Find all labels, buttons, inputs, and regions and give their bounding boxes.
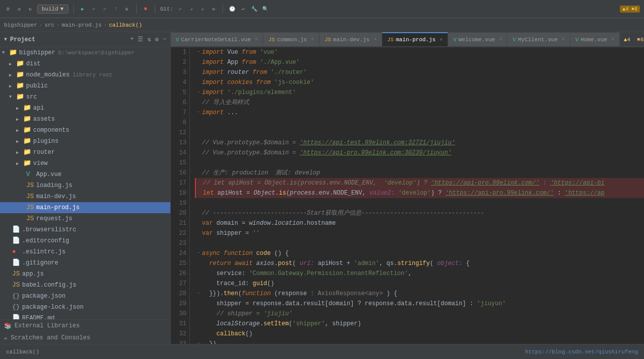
line-numbers: 1 2 3 4 5 6 7 8 12 13 14 15 16 17 18 19 …: [171, 47, 190, 344]
tab-close[interactable]: ×: [374, 37, 377, 42]
minimize-icon[interactable]: −: [163, 36, 166, 43]
tree-item-readme[interactable]: 📄 README.md: [0, 313, 170, 319]
fold-1[interactable]: −: [195, 47, 202, 57]
fold-26: [195, 268, 202, 279]
label-view: view: [33, 160, 48, 167]
tree-item-babel[interactable]: JS babel.config.js: [0, 280, 170, 291]
tree-item-public[interactable]: ▶ 📁 public: [0, 80, 170, 92]
code-line-4: import cookies from 'js-cookie': [195, 77, 644, 87]
fold-28[interactable]: −: [195, 289, 202, 299]
check-icon[interactable]: ✓: [90, 5, 98, 13]
line-8: 8: [171, 118, 186, 128]
fold-19: [195, 198, 202, 208]
collapse-icon[interactable]: ▼: [4, 37, 7, 42]
toolbar-icon-1[interactable]: ⚙: [4, 5, 12, 13]
fold-29: [195, 299, 202, 309]
clock-icon[interactable]: 🕐: [228, 5, 236, 13]
build-button[interactable]: build ▼: [37, 5, 68, 14]
sublabel-node-modules: library root: [72, 72, 112, 78]
fold-13: [195, 138, 202, 148]
external-libraries-item[interactable]: 📚 External Libraries: [0, 320, 170, 332]
tab-close[interactable]: ×: [311, 37, 314, 42]
build-label: build: [42, 6, 58, 12]
wrench-icon[interactable]: 🔧: [250, 5, 258, 13]
tab-welcome[interactable]: V Welcome.vue ×: [448, 32, 507, 46]
tab-close[interactable]: ×: [255, 37, 258, 42]
arrow-up-icon[interactable]: ↑: [112, 5, 120, 13]
tree-item-node-modules[interactable]: ▶ 📁 node_modules library root: [0, 69, 170, 80]
toolbar-icon-3[interactable]: ↻: [26, 5, 34, 13]
breadcrumb-file[interactable]: main-prod.js: [62, 22, 101, 28]
fold-24[interactable]: −: [195, 248, 202, 258]
tree-item-router[interactable]: ▶ 📁 router: [0, 147, 170, 158]
tab-close[interactable]: ×: [440, 37, 443, 43]
fold-33[interactable]: −: [195, 339, 202, 344]
warning-badge[interactable]: ▲4 ✖6: [620, 6, 640, 13]
url-link[interactable]: https://blog.csdn.net/qiushirufeng: [525, 349, 638, 355]
toolbar-icon-2[interactable]: ↺: [15, 5, 23, 13]
tree-item-gitignore[interactable]: 📄 .gitignore: [0, 257, 170, 268]
label-request: request.js: [36, 215, 72, 222]
code-line-31: localStorage.setItem('shipper', shipper): [195, 319, 644, 329]
add-icon[interactable]: +: [130, 36, 134, 43]
line-18: 18: [171, 188, 186, 198]
tree-item-request[interactable]: JS request.js: [0, 213, 170, 224]
tree-item-dist[interactable]: ▶ 📁 dist: [0, 58, 170, 69]
breadcrumb-bigshipper[interactable]: bigshipper: [4, 22, 37, 28]
git-merge-icon[interactable]: ⇆: [209, 5, 218, 13]
sep-1: [73, 4, 74, 14]
tab-main-prod[interactable]: JS main-prod.js ×: [382, 32, 448, 46]
tab-common[interactable]: JS common.js ×: [263, 32, 319, 46]
tree-item-api[interactable]: ▶ 📁 api: [0, 103, 170, 114]
breadcrumb-src[interactable]: src: [45, 22, 55, 28]
tree-item-packagejson[interactable]: {} package.json: [0, 291, 170, 302]
tab-close[interactable]: ×: [499, 37, 502, 42]
tab-vue-icon: V: [176, 37, 179, 43]
tab-carrier-note[interactable]: V CarrierNoteDetail.vue ×: [171, 32, 263, 46]
breadcrumb-function[interactable]: callback(): [109, 22, 142, 28]
git-arrow2-icon[interactable]: ↗: [198, 5, 206, 13]
scratches-icon: ✏️: [4, 334, 8, 342]
tree-item-eslintrc[interactable]: ● .eslintrc.js: [0, 246, 170, 257]
run-icon[interactable]: ▶: [79, 5, 87, 13]
tree-item-editorconfig[interactable]: 📄 .editorconfig: [0, 235, 170, 246]
tree-item-appjs[interactable]: JS app.js: [0, 268, 170, 280]
fold-7[interactable]: −: [195, 108, 202, 118]
code-editor[interactable]: 1 2 3 4 5 6 7 8 12 13 14 15 16 17 18 19 …: [171, 47, 644, 344]
tree-item-plugins[interactable]: ▶ 📁 plugins: [0, 136, 170, 147]
tab-myclient[interactable]: V MyClient.vue ×: [507, 32, 570, 46]
tree-item-packagelock[interactable]: {} package-lock.json: [0, 302, 170, 313]
arrow-fork-icon[interactable]: ⇅: [123, 5, 131, 13]
tab-close[interactable]: ×: [611, 37, 614, 42]
tab-main-dev[interactable]: JS main-dev.js ×: [319, 32, 382, 46]
list-icon[interactable]: ☰: [138, 36, 143, 43]
code-line-27: trace_id: guid(): [195, 279, 644, 289]
line-14: 14: [171, 148, 186, 158]
tree-item-browserslistrc[interactable]: 📄 .browserslistrc: [0, 224, 170, 235]
git-arrow-icon[interactable]: ↗: [187, 5, 195, 13]
tree-item-loading[interactable]: JS loading.js: [0, 180, 170, 191]
tree-item-main-prod[interactable]: JS main-prod.js: [0, 202, 170, 213]
search-icon[interactable]: 🔍: [261, 5, 269, 13]
check2-icon[interactable]: ✓: [101, 5, 109, 13]
stop-icon[interactable]: ■: [142, 5, 150, 13]
gear-icon[interactable]: ⚙: [155, 36, 159, 43]
tree-item-view[interactable]: ▶ 📁 view: [0, 158, 170, 169]
editor-area: V CarrierNoteDetail.vue × JS common.js ×…: [171, 32, 644, 344]
tab-close[interactable]: ×: [562, 37, 565, 42]
tree-item-assets[interactable]: ▶ 📁 assets: [0, 114, 170, 125]
code-content[interactable]: − import Vue from 'vue' import App from …: [190, 47, 644, 344]
tree-root[interactable]: ▼ 📁 bigshipper D:\workspace\bigshipper: [0, 47, 170, 58]
scratches-item[interactable]: ✏️ Scratches and Consoles: [0, 332, 170, 344]
label-api: api: [33, 105, 44, 112]
tree-item-app-vue[interactable]: V App.vue: [0, 169, 170, 180]
undo-icon[interactable]: ↩: [239, 5, 247, 13]
tabs-bar: V CarrierNoteDetail.vue × JS common.js ×…: [171, 32, 644, 47]
tree-item-src[interactable]: ▼ 📁 src: [0, 92, 170, 103]
git-check-icon[interactable]: ✓: [176, 5, 184, 13]
fold-5[interactable]: −: [195, 87, 202, 98]
tree-item-main-dev[interactable]: JS main-dev.js: [0, 191, 170, 202]
tree-item-components[interactable]: ▶ 📁 components: [0, 125, 170, 136]
sort-icon[interactable]: ⇅: [147, 36, 151, 43]
tab-home[interactable]: V Home.vue ×: [570, 32, 619, 46]
